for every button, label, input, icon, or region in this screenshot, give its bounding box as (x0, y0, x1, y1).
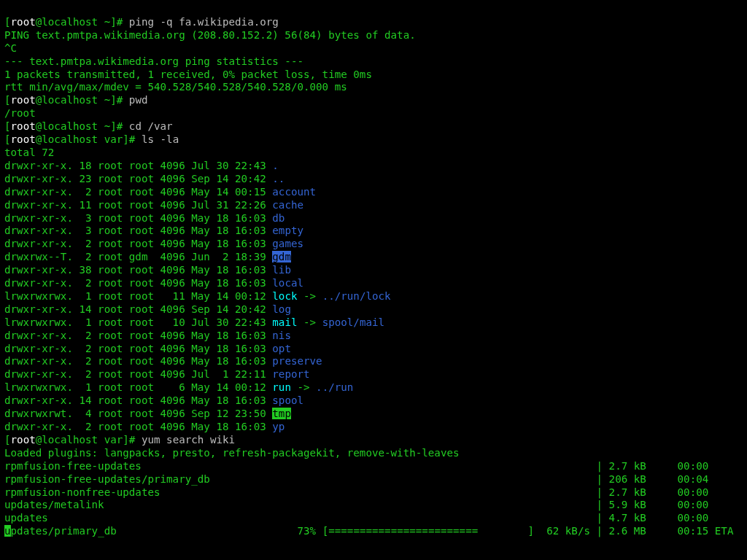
yum-repo-row: rpmfusion-nonfree-updates| 2.7 kB 00:00 (4, 486, 743, 499)
cmd-ping: [root@localhost ~]# ping -q fa.wikipedia… (4, 16, 743, 29)
ping-output: ^C (4, 42, 743, 55)
ls-row: drwxr-xr-x. 14 root root 4096 Sep 14 20:… (4, 303, 743, 316)
ls-row: lrwxrwxrwx. 1 root root 11 May 14 00:12 … (4, 290, 743, 303)
ls-row: drwxr-xr-x. 2 root root 4096 May 18 16:0… (4, 330, 743, 343)
ls-row: drwxr-xr-x. 2 root root 4096 Jul 1 22:11… (4, 368, 743, 381)
cursor-icon: u (4, 525, 11, 537)
ls-row: drwxr-xr-x. 14 root root 4096 May 18 16:… (4, 394, 743, 408)
yum-repo-row: updates| 4.7 kB 00:00 (4, 512, 743, 525)
ls-row: drwxr-xr-x. 2 root root 4096 May 14 00:1… (4, 186, 743, 199)
ping-output: 1 packets transmitted, 1 received, 0% pa… (4, 69, 743, 82)
ls-row: drwxr-xr-x. 2 root root 4096 May 18 16:0… (4, 355, 743, 368)
yum-plugins: Loaded plugins: langpacks, presto, refre… (4, 447, 743, 460)
ls-row: drwxr-xr-x. 3 root root 4096 May 18 16:0… (4, 212, 743, 225)
yum-repo-row: rpmfusion-free-updates/primary_db| 206 k… (4, 473, 743, 486)
yum-progress: updates/primary_db73% [=================… (4, 525, 743, 538)
ls-row: drwxr-xr-x. 2 root root 4096 May 18 16:0… (4, 421, 743, 434)
cmd-yum: [root@localhost var]# yum search wiki (4, 434, 743, 447)
yum-repo-row: rpmfusion-free-updates| 2.7 kB 00:00 (4, 460, 743, 473)
ls-row: drwxrwxrwt. 4 root root 4096 Sep 12 23:5… (4, 408, 743, 421)
ls-row: drwxr-xr-x. 18 root root 4096 Jul 30 22:… (4, 160, 743, 173)
ls-row: drwxr-xr-x. 3 root root 4096 May 18 16:0… (4, 225, 743, 238)
ping-output: PING text.pmtpa.wikimedia.org (208.80.15… (4, 29, 743, 42)
ls-row: drwxr-xr-x. 23 root root 4096 Sep 14 20:… (4, 173, 743, 186)
ls-row: drwxr-xr-x. 2 root root 4096 May 18 16:0… (4, 277, 743, 290)
ls-row: drwxr-xr-x. 11 root root 4096 Jul 31 22:… (4, 199, 743, 212)
ls-total: total 72 (4, 147, 743, 160)
ls-row: lrwxrwxrwx. 1 root root 6 May 14 00:12 r… (4, 381, 743, 394)
ping-output: --- text.pmtpa.wikimedia.org ping statis… (4, 55, 743, 69)
cmd-pwd: [root@localhost ~]# pwd (4, 94, 743, 107)
cmd-ls: [root@localhost var]# ls -la (4, 133, 743, 147)
ls-row: drwxr-xr-x. 2 root root 4096 May 18 16:0… (4, 343, 743, 356)
pwd-output: /root (4, 107, 743, 120)
ls-row: lrwxrwxrwx. 1 root root 10 Jul 30 22:43 … (4, 316, 743, 330)
ls-row: drwxr-xr-x. 2 root root 4096 May 18 16:0… (4, 238, 743, 251)
ls-row: drwxr-xr-x. 38 root root 4096 May 18 16:… (4, 264, 743, 277)
ls-row: drwxrwx--T. 2 root gdm 4096 Jun 2 18:39 … (4, 251, 743, 264)
yum-repo-row: updates/metalink| 5.9 kB 00:00 (4, 499, 743, 512)
terminal-root[interactable]: [root@localhost ~]# ping -q fa.wikipedia… (0, 0, 747, 554)
cmd-cd: [root@localhost ~]# cd /var (4, 120, 743, 133)
ping-output: rtt min/avg/max/mdev = 540.528/540.528/5… (4, 81, 743, 94)
